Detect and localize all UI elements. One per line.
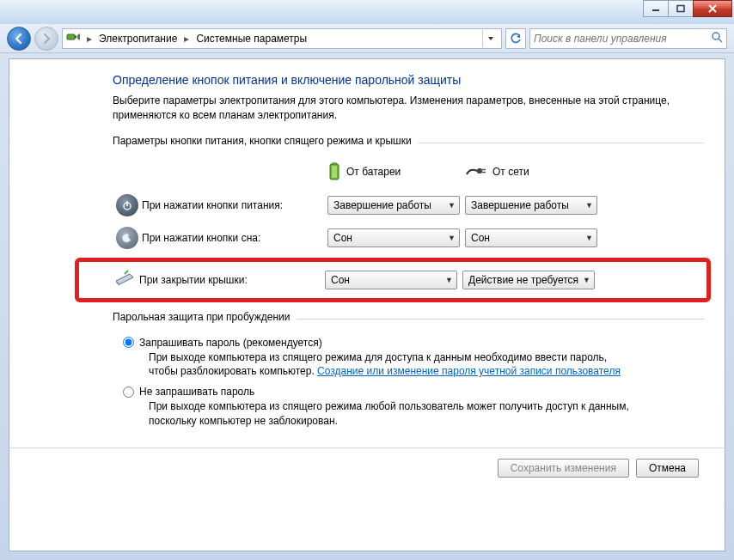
chevron-down-icon: ▼ xyxy=(585,234,593,242)
forward-button[interactable] xyxy=(34,27,58,51)
chevron-down-icon: ▼ xyxy=(448,234,456,242)
back-button[interactable] xyxy=(7,27,31,51)
radio-require-input[interactable] xyxy=(123,337,134,348)
radio-require-password[interactable]: Запрашивать пароль (рекомендуется) xyxy=(123,337,704,349)
breadcrumb-dropdown[interactable] xyxy=(482,30,498,47)
chevron-down-icon: ▼ xyxy=(445,276,453,284)
nav-row: ▸ Электропитание ▸ Системные параметры xyxy=(0,24,734,53)
column-ac: От сети xyxy=(465,161,602,184)
power-plan-icon xyxy=(66,32,82,46)
power-button-ac-select[interactable]: Завершение работы▼ xyxy=(465,196,597,215)
chevron-down-icon: ▼ xyxy=(583,276,590,284)
battery-icon xyxy=(327,161,341,184)
sleep-button-ac-select[interactable]: Сон▼ xyxy=(465,228,597,247)
power-icon xyxy=(116,194,138,216)
svg-point-4 xyxy=(713,33,719,40)
svg-line-5 xyxy=(719,39,722,42)
row-sleep-button: При нажатии кнопки сна: Сон▼ Сон▼ xyxy=(113,225,704,251)
power-button-label: При нажатии кнопки питания: xyxy=(142,199,327,211)
refresh-button[interactable] xyxy=(505,28,526,49)
save-button[interactable]: Сохранить изменения xyxy=(498,459,629,478)
highlighted-lid-row: При закрытии крышки: Сон▼ Действие не тр… xyxy=(75,258,711,302)
minimize-button[interactable] xyxy=(643,0,669,17)
search-input[interactable] xyxy=(534,33,711,45)
svg-rect-3 xyxy=(75,35,76,38)
search-box[interactable] xyxy=(529,28,727,49)
power-button-battery-select[interactable]: Завершение работы▼ xyxy=(327,196,460,215)
chevron-right-icon: ▸ xyxy=(87,33,92,45)
require-password-desc: При выходе компьютера из спящего режима … xyxy=(149,350,630,380)
breadcrumb-level2[interactable]: Системные параметры xyxy=(194,33,309,45)
no-password-desc: При выходе компьютера из спящего режима … xyxy=(149,399,630,429)
chevron-right-icon: ▸ xyxy=(184,33,189,45)
svg-rect-9 xyxy=(477,168,482,173)
buttons-section-legend: Параметры кнопки питания, кнопки спящего… xyxy=(113,135,412,147)
radio-no-password[interactable]: Не запрашивать пароль xyxy=(123,386,704,398)
page-description: Выберите параметры электропитания для эт… xyxy=(113,94,704,123)
cancel-button[interactable]: Отмена xyxy=(636,459,699,478)
laptop-lid-icon xyxy=(113,269,137,290)
sleep-button-label: При нажатии кнопки сна: xyxy=(142,232,327,244)
svg-rect-8 xyxy=(332,166,337,178)
lid-battery-select[interactable]: Сон▼ xyxy=(325,271,457,289)
plug-icon xyxy=(465,164,487,180)
content-area: Определение кнопок питания и включение п… xyxy=(9,58,725,551)
password-section-legend: Парольная защита при пробуждении xyxy=(113,311,290,323)
titlebar xyxy=(0,0,734,24)
close-button[interactable] xyxy=(693,0,732,17)
lid-close-label: При закрытии крышки: xyxy=(139,274,325,286)
create-password-link[interactable]: Создание или изменение пароля учетной за… xyxy=(317,365,621,377)
svg-rect-2 xyxy=(67,34,75,40)
maximize-button[interactable] xyxy=(668,0,694,17)
chevron-down-icon: ▼ xyxy=(585,201,593,210)
column-battery: От батареи xyxy=(327,161,465,184)
page-title: Определение кнопок питания и включение п… xyxy=(113,73,704,87)
radio-nopassword-input[interactable] xyxy=(123,387,134,398)
search-icon[interactable] xyxy=(711,31,723,46)
sleep-icon xyxy=(116,227,138,249)
chevron-down-icon: ▼ xyxy=(448,201,456,210)
row-lid-close: При закрытии крышки: Сон▼ Действие не тр… xyxy=(110,267,706,293)
svg-rect-1 xyxy=(677,6,684,12)
breadcrumb[interactable]: ▸ Электропитание ▸ Системные параметры xyxy=(62,28,502,49)
sleep-button-battery-select[interactable]: Сон▼ xyxy=(327,228,460,247)
lid-ac-select[interactable]: Действие не требуется▼ xyxy=(462,271,595,289)
row-power-button: При нажатии кнопки питания: Завершение р… xyxy=(113,192,704,218)
breadcrumb-level1[interactable]: Электропитание xyxy=(97,33,179,45)
